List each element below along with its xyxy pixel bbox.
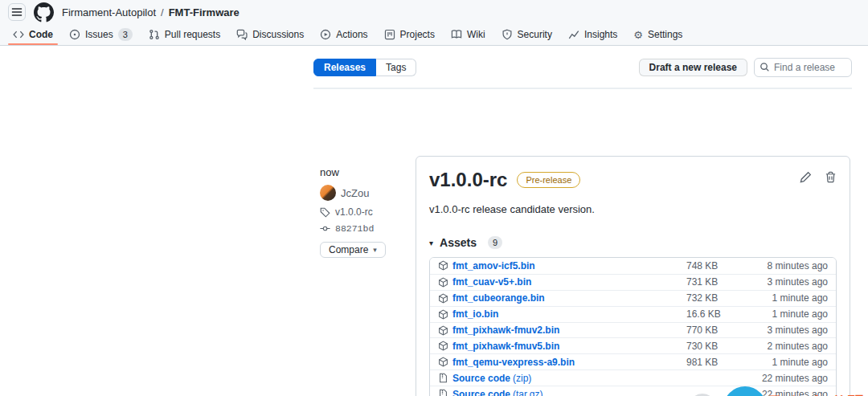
asset-row: fmt_pixhawk-fmuv2.bin 770 KB 3 minutes a…: [430, 322, 836, 338]
asset-size: 730 KB: [686, 341, 733, 352]
asset-row: fmt_io.bin 16.6 KB 1 minute ago: [430, 306, 836, 322]
asset-size: 770 KB: [686, 325, 733, 336]
delete-release-button[interactable]: [825, 171, 837, 183]
tags-tab-button[interactable]: Tags: [376, 59, 416, 76]
asset-row: Source code(tar.gz) 22 minutes ago: [430, 386, 836, 396]
package-icon: [438, 309, 448, 320]
package-icon: [438, 293, 448, 304]
tab-insights[interactable]: Insights: [560, 24, 625, 45]
code-icon: [13, 29, 24, 40]
asset-row: fmt_qemu-vexpress-a9.bin 981 KB 1 minute…: [430, 353, 836, 369]
asset-link[interactable]: fmt_cubeorange.bin: [452, 292, 686, 304]
draft-new-release-button[interactable]: Draft a new release: [639, 59, 747, 76]
assets-toggle[interactable]: ▾ Assets 9: [429, 236, 837, 249]
asset-link[interactable]: fmt_amov-icf5.bin: [452, 260, 686, 271]
tab-discussions[interactable]: Discussions: [228, 24, 312, 45]
tab-security[interactable]: Security: [493, 24, 560, 45]
repo-tab-nav: Code Issues 3 Pull requests Discussions …: [0, 24, 868, 46]
assets-count-badge: 9: [488, 236, 502, 249]
tab-label: Wiki: [467, 29, 485, 40]
release-title: v1.0.0-rc: [429, 168, 507, 192]
breadcrumb: Firmament-Autopilot / FMT-Firmware: [62, 6, 240, 18]
release-card: v1.0.0-rc Pre-release v1.0.0-rc release …: [416, 156, 850, 396]
package-icon: [438, 277, 448, 288]
edit-release-button[interactable]: [800, 171, 812, 183]
release-time-label: now: [320, 166, 410, 178]
main-content: Releases Tags Draft a new release now Jc…: [0, 46, 868, 396]
asset-time: 3 minutes ago: [733, 325, 828, 336]
release-description: v1.0.0-rc release candidate version.: [429, 203, 837, 215]
tab-issues[interactable]: Issues 3: [61, 24, 141, 45]
tab-wiki[interactable]: Wiki: [443, 24, 493, 45]
asset-suffix-text: (zip): [513, 373, 531, 384]
author-link[interactable]: JcZou: [341, 187, 369, 199]
github-logo[interactable]: [34, 2, 54, 22]
asset-row: fmt_cubeorange.bin 732 KB 1 minute ago: [430, 290, 836, 306]
tab-projects[interactable]: Projects: [376, 24, 443, 45]
tab-label: Projects: [400, 29, 435, 40]
asset-name-text: fmt_io.bin: [452, 308, 498, 320]
avatar[interactable]: [320, 185, 336, 201]
asset-name-text: fmt_amov-icf5.bin: [452, 260, 535, 271]
asset-name-text: fmt_cubeorange.bin: [452, 292, 545, 304]
asset-name-text: fmt_cuav-v5+.bin: [452, 276, 531, 288]
tab-actions[interactable]: Actions: [312, 24, 375, 45]
asset-name-text: fmt_qemu-vexpress-a9.bin: [452, 357, 575, 368]
asset-row: fmt_amov-icf5.bin 748 KB 8 minutes ago: [430, 258, 836, 274]
tag-name[interactable]: v1.0.0-rc: [335, 206, 373, 218]
assets-caret-icon: ▾: [429, 239, 433, 247]
package-icon: [438, 357, 448, 367]
asset-time: 1 minute ago: [733, 308, 828, 320]
tag-icon: [320, 207, 330, 218]
asset-name-text: Source code: [452, 373, 510, 384]
shield-icon: [502, 29, 513, 40]
breadcrumb-org-link[interactable]: Firmament-Autopilot: [62, 6, 156, 18]
pull-request-icon: [149, 29, 160, 40]
search-icon: [760, 62, 770, 72]
tab-label: Pull requests: [165, 29, 220, 40]
asset-row: fmt_cuav-v5+.bin 731 KB 3 minutes ago: [430, 274, 836, 290]
asset-time: 8 minutes ago: [733, 260, 828, 271]
asset-link[interactable]: fmt_cuav-v5+.bin: [452, 276, 686, 288]
asset-size: 748 KB: [686, 260, 733, 271]
issue-opened-icon: [69, 29, 80, 40]
releases-toolbar: Releases Tags Draft a new release: [313, 46, 852, 77]
asset-time: 1 minute ago: [733, 357, 828, 368]
tab-label: Security: [518, 29, 552, 40]
toolbar-divider: [313, 88, 852, 89]
tab-pull-requests[interactable]: Pull requests: [141, 24, 228, 45]
asset-name-text: fmt_pixhawk-fmuv5.bin: [452, 341, 559, 352]
releases-tab-button[interactable]: Releases: [313, 59, 376, 76]
issues-count-badge: 3: [118, 28, 133, 41]
tab-code[interactable]: Code: [5, 24, 61, 45]
tab-settings[interactable]: ⚙ Settings: [625, 24, 690, 45]
asset-time: 2 minutes ago: [733, 341, 828, 352]
compare-button[interactable]: Compare ▾: [320, 242, 386, 258]
gear-icon: ⚙: [633, 30, 643, 40]
asset-size: 16.6 KB: [686, 308, 733, 320]
tab-label: Insights: [584, 29, 617, 40]
asset-link[interactable]: fmt_io.bin: [452, 308, 686, 320]
tab-label: Discussions: [252, 29, 304, 40]
package-icon: [438, 325, 448, 336]
asset-link[interactable]: Source code(tar.gz): [452, 389, 686, 396]
file-zip-icon: [438, 389, 448, 396]
discussions-icon: [236, 29, 248, 40]
breadcrumb-repo-link[interactable]: FMT-Firmware: [169, 6, 240, 18]
assets-table: fmt_amov-icf5.bin 748 KB 8 minutes ago f…: [429, 257, 837, 396]
assets-heading: Assets: [440, 236, 477, 249]
hamburger-menu-button[interactable]: [8, 3, 26, 21]
tab-label: Issues: [85, 29, 113, 40]
release-timeline-sidebar: now JcZou v1.0.0-rc 88271bd Compare ▾: [320, 166, 410, 258]
asset-time: 22 minutes ago: [733, 373, 828, 384]
asset-link[interactable]: Source code(zip): [452, 373, 686, 384]
prerelease-badge: Pre-release: [517, 172, 580, 188]
commit-sha[interactable]: 88271bd: [335, 223, 374, 234]
asset-link[interactable]: fmt_pixhawk-fmuv5.bin: [452, 341, 686, 352]
global-header: Firmament-Autopilot / FMT-Firmware: [0, 0, 868, 24]
asset-time: 3 minutes ago: [733, 276, 828, 288]
tab-label: Actions: [336, 29, 367, 40]
wiki-book-icon: [451, 29, 462, 40]
asset-link[interactable]: fmt_pixhawk-fmuv2.bin: [452, 325, 686, 336]
asset-link[interactable]: fmt_qemu-vexpress-a9.bin: [452, 357, 686, 368]
